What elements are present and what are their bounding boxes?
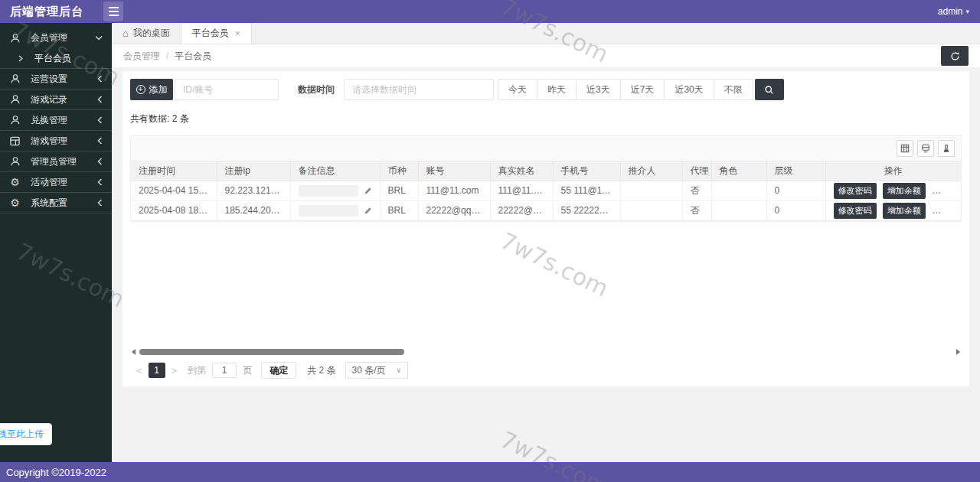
next-page-button[interactable]: > (165, 365, 184, 376)
reduce-balance-button[interactable]: 减少余额 (932, 203, 961, 219)
cell-operations: 修改密码 增加余额 减少余额 (825, 181, 961, 200)
chevron-left-icon (97, 158, 103, 165)
change-password-button[interactable]: 修改密码 (834, 203, 877, 219)
admin-menu[interactable]: admin ▾ (938, 6, 969, 17)
user-icon (9, 73, 21, 85)
breadcrumb: 会员管理 / 平台会员 (112, 44, 980, 67)
col-header-reg-ip: 注册ip (217, 161, 290, 181)
app-footer: Copyright ©2019-2022 (0, 462, 980, 482)
sidebar-item-platform-members[interactable]: 平台会员 (0, 48, 112, 69)
date-range-input[interactable] (344, 79, 494, 100)
sidebar-item-label: 游戏记录 (31, 93, 67, 106)
col-header-currency: 币种 (380, 161, 418, 181)
tab-platform-members[interactable]: 平台会员 × (181, 23, 252, 44)
refresh-icon (950, 51, 960, 61)
search-button[interactable] (755, 79, 784, 100)
refresh-button[interactable] (941, 46, 969, 66)
home-icon: ⌂ (122, 28, 129, 39)
cell-reg-ip: 92.223.121.237 (217, 181, 290, 200)
per-page-select[interactable]: 30 条/页 ∨ (345, 362, 409, 379)
cell-account: 111@11.com (418, 181, 490, 200)
cell-reg-time: 2025-04-08 18:28:26 (131, 200, 217, 220)
remark-placeholder (299, 185, 358, 197)
scroll-left-arrow-icon[interactable] (132, 349, 136, 355)
cell-remark (290, 181, 380, 200)
sidebar-item-game-management[interactable]: 游戏管理 (0, 131, 112, 151)
edit-pencil-icon[interactable] (364, 207, 372, 215)
sidebar-item-system-config[interactable]: ⚙ 系统配置 (0, 193, 112, 213)
cell-level: 0 (766, 181, 825, 200)
copyright-text: Copyright ©2019-2022 (0, 467, 106, 478)
cell-phone: 55 22222@qq... (553, 200, 620, 220)
page-1-button[interactable]: 1 (149, 363, 165, 378)
quick-filter-yesterday[interactable]: 昨天 (537, 79, 577, 100)
caret-down-icon: ▾ (965, 8, 969, 15)
chevron-down-icon (95, 35, 103, 41)
sidebar-item-exchange-management[interactable]: 兑换管理 (0, 110, 112, 131)
plus-icon: + (136, 85, 145, 94)
cell-level: 0 (766, 200, 825, 220)
col-header-remark: 备注信息 (290, 161, 380, 181)
id-account-input[interactable] (175, 79, 279, 100)
col-header-agent: 代理 (682, 161, 711, 181)
confirm-button[interactable]: 确定 (261, 362, 296, 379)
horizontal-scrollbar[interactable] (132, 348, 960, 356)
search-toolbar: + 添加 数据时间 今天 昨天 近3天 近7天 近30天 不限 (130, 79, 962, 100)
scrollbar-track[interactable] (138, 349, 954, 355)
col-header-real-name: 真实姓名 (490, 161, 553, 181)
tab-label: 平台会员 (192, 27, 229, 40)
quick-filter-30days[interactable]: 近30天 (664, 79, 714, 100)
export-icon (921, 144, 930, 153)
sidebar-item-game-records[interactable]: 游戏记录 (0, 90, 112, 110)
user-icon (9, 156, 21, 168)
sidebar-item-label: 活动管理 (31, 176, 67, 189)
close-icon[interactable]: × (235, 28, 240, 39)
quick-filter-3days[interactable]: 近3天 (576, 79, 621, 100)
cell-reg-ip: 185.244.208.164 (217, 200, 290, 220)
data-table: 注册时间 注册ip 备注信息 币种 账号 真实姓名 手机号 推介人 代理 角色 … (130, 135, 962, 222)
app-header: 后端管理后台 admin ▾ (0, 0, 980, 23)
export-button[interactable] (917, 140, 934, 157)
quick-filter-7days[interactable]: 近7天 (620, 79, 665, 100)
upload-drop-hint[interactable]: 拽至此上传 (0, 423, 52, 445)
total-count-label: 共 2 条 (307, 364, 335, 377)
cell-referrer (620, 181, 682, 200)
sidebar-item-activity-management[interactable]: ⚙ 活动管理 (0, 172, 112, 193)
add-balance-button[interactable]: 增加余额 (883, 183, 926, 199)
print-button[interactable] (938, 140, 955, 157)
prev-page-button[interactable]: < (130, 365, 149, 376)
add-button[interactable]: + 添加 (130, 79, 173, 100)
scrollbar-thumb[interactable] (139, 349, 404, 355)
quick-filter-unlimited[interactable]: 不限 (714, 79, 753, 100)
sidebar-toggle-button[interactable] (103, 2, 123, 21)
edit-pencil-icon[interactable] (364, 187, 372, 195)
user-icon (9, 115, 21, 126)
chevron-left-icon (97, 96, 103, 103)
chevron-left-icon (97, 137, 103, 145)
sidebar-item-admin-management[interactable]: 管理员管理 (0, 151, 112, 172)
col-header-level: 层级 (766, 161, 825, 181)
breadcrumb-parent[interactable]: 会员管理 (123, 50, 160, 63)
col-header-phone: 手机号 (553, 161, 620, 181)
search-icon (764, 85, 774, 95)
gear-icon: ⚙ (9, 177, 21, 188)
filter-columns-button[interactable] (897, 140, 913, 157)
arrow-right-icon (18, 55, 23, 62)
sidebar-item-member-management[interactable]: 会员管理 (0, 28, 112, 48)
cell-account: 22222@qq.com (418, 200, 490, 220)
table-row: 2025-04-04 15:57:57 92.223.121.237 BRL (131, 181, 961, 200)
cell-currency: BRL (380, 200, 418, 220)
app-title: 后端管理后台 (0, 5, 102, 19)
quick-filter-today[interactable]: 今天 (498, 79, 537, 100)
tab-bar: ⌂ 我的桌面 平台会员 × (112, 23, 980, 44)
window-icon (9, 135, 21, 147)
sidebar-subitem-label: 平台会员 (34, 52, 71, 65)
change-password-button[interactable]: 修改密码 (834, 183, 877, 199)
goto-page-input[interactable] (212, 363, 237, 378)
remark-placeholder (299, 205, 358, 217)
scroll-right-arrow-icon[interactable] (956, 349, 960, 355)
add-balance-button[interactable]: 增加余额 (883, 203, 926, 219)
sidebar-item-operation-settings[interactable]: 运营设置 (0, 69, 112, 90)
reduce-balance-button[interactable]: 减少余额 (932, 183, 961, 199)
tab-home[interactable]: ⌂ 我的桌面 (112, 23, 181, 44)
